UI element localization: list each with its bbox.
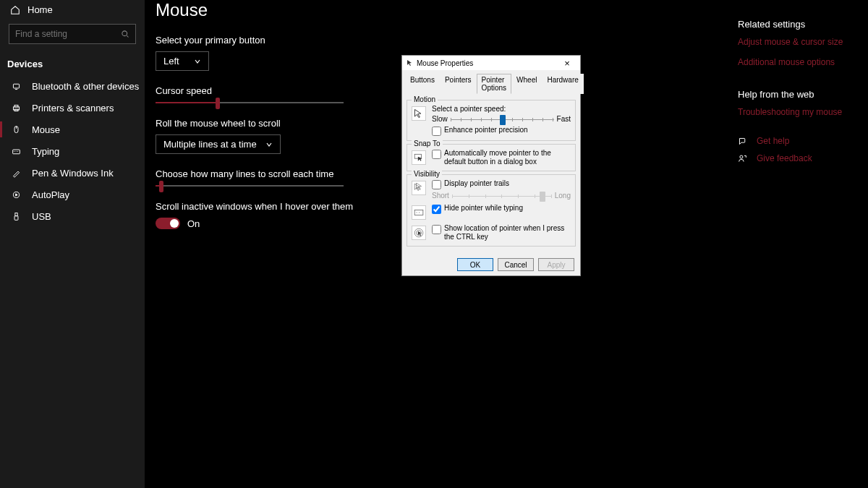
chevron-down-icon: [265, 141, 273, 148]
category-header: Devices: [0, 51, 145, 75]
fast-label: Fast: [557, 115, 571, 123]
get-help-link[interactable]: Get help: [738, 136, 859, 146]
get-help-label: Get help: [757, 136, 789, 146]
group-motion-label: Motion: [412, 95, 438, 103]
snap-icon: [412, 150, 426, 165]
lines-slider[interactable]: [156, 185, 344, 187]
slider-thumb[interactable]: [216, 98, 220, 109]
ctrl-location-checkbox[interactable]: [432, 225, 441, 234]
sidebar-item-label: Printers & scanners: [32, 103, 114, 114]
dialog-titlebar[interactable]: Mouse Properties ×: [402, 56, 580, 70]
mouse-icon: [10, 125, 22, 134]
group-snap-label: Snap To: [412, 140, 443, 147]
tab-wheel[interactable]: Wheel: [511, 74, 542, 94]
tab-pointers[interactable]: Pointers: [440, 74, 477, 94]
primary-button-value: Left: [163, 56, 179, 67]
search-icon: [121, 30, 129, 38]
snap-to-label: Automatically move pointer to the defaul…: [444, 149, 571, 166]
toggle-knob: [170, 219, 179, 228]
long-label: Long: [555, 192, 571, 200]
ctrl-location-label: Show location of pointer when I press th…: [444, 224, 571, 241]
dialog-body: Motion Select a pointer speed: Slow Fast: [402, 94, 580, 254]
inactive-windows-toggle[interactable]: [156, 218, 180, 229]
ok-button[interactable]: OK: [457, 258, 493, 271]
cursor-speed-slider[interactable]: [156, 102, 344, 103]
bluetooth-icon: [10, 82, 22, 91]
trails-icon: [412, 181, 426, 195]
sidebar-item-label: Bluetooth & other devices: [32, 81, 139, 92]
pointer-trails-label: Display pointer trails: [444, 179, 509, 188]
svg-rect-5: [14, 105, 18, 106]
hide-typing-checkbox[interactable]: [432, 205, 441, 214]
snap-to-checkbox[interactable]: [432, 150, 441, 159]
trails-thumb: [540, 192, 545, 202]
cancel-button[interactable]: Cancel: [498, 258, 534, 271]
group-visibility-label: Visibility: [412, 170, 442, 178]
svg-rect-2: [13, 84, 19, 88]
tab-pointer-options[interactable]: Pointer Options: [477, 74, 511, 94]
link-adjust-mouse[interactable]: Adjust mouse & cursor size: [738, 37, 859, 47]
enhance-precision-label: Enhance pointer precision: [444, 126, 528, 134]
sidebar-item-label: AutoPlay: [32, 189, 69, 200]
pen-icon: [10, 168, 22, 178]
sidebar-item-printers[interactable]: Printers & scanners: [0, 97, 145, 119]
slider-thumb[interactable]: [159, 181, 163, 192]
pointer-trails-checkbox[interactable]: [432, 180, 441, 189]
sidebar-item-autoplay[interactable]: AutoPlay: [0, 184, 145, 205]
sidebar-item-label: Mouse: [32, 124, 60, 135]
tab-hardware[interactable]: Hardware: [542, 74, 583, 94]
primary-button-dropdown[interactable]: Left: [156, 51, 209, 71]
hide-typing-label: Hide pointer while typing: [444, 204, 523, 213]
sidebar-item-bluetooth[interactable]: Bluetooth & other devices: [0, 75, 145, 97]
printer-icon: [10, 103, 22, 113]
sidebar-item-pen[interactable]: Pen & Windows Ink: [0, 162, 145, 184]
ctrl-location-icon: [412, 226, 426, 240]
give-feedback-label: Give feedback: [757, 153, 812, 163]
hide-typing-icon: [412, 205, 426, 220]
enhance-precision-checkbox[interactable]: [432, 127, 441, 136]
svg-rect-14: [14, 213, 17, 215]
search-input-wrapper[interactable]: [9, 24, 136, 44]
dialog-close-button[interactable]: ×: [558, 58, 576, 69]
sidebar-item-typing[interactable]: Typing: [0, 140, 145, 162]
trails-slider: Short Long: [432, 192, 571, 200]
pointer-speed-thumb[interactable]: [500, 115, 506, 125]
home-nav[interactable]: Home: [0, 0, 145, 21]
roll-wheel-value: Multiple lines at a time: [163, 139, 257, 150]
related-header: Related settings: [738, 19, 859, 30]
sidebar-item-usb[interactable]: USB: [0, 205, 145, 227]
give-feedback-link[interactable]: Give feedback: [738, 153, 859, 163]
cursor-icon: [407, 59, 414, 67]
sidebar-item-label: USB: [32, 211, 51, 222]
inactive-windows-value: On: [187, 218, 200, 229]
feedback-icon: [738, 154, 748, 163]
svg-line-1: [127, 35, 128, 37]
pointer-speed-slider[interactable]: Slow Fast: [432, 115, 571, 123]
link-troubleshoot[interactable]: Troubleshooting my mouse: [738, 107, 859, 117]
autoplay-icon: [10, 190, 22, 200]
link-additional-options[interactable]: Additional mouse options: [738, 57, 859, 67]
roll-wheel-dropdown[interactable]: Multiple lines at a time: [156, 134, 281, 154]
short-label: Short: [432, 192, 449, 200]
tab-buttons[interactable]: Buttons: [405, 74, 440, 94]
select-pointer-speed-label: Select a pointer speed:: [432, 105, 571, 113]
group-motion: Motion Select a pointer speed: Slow Fast: [407, 100, 576, 141]
page-title: Mouse: [156, 0, 868, 20]
group-snap-to: Snap To Automatically move pointer to th…: [407, 144, 576, 171]
search-input[interactable]: [15, 29, 116, 39]
slow-label: Slow: [432, 115, 448, 123]
motion-icon: [412, 106, 426, 121]
settings-sidebar: Home Devices Bluetooth & other devices P…: [0, 0, 145, 488]
chevron-down-icon: [194, 58, 201, 65]
sidebar-item-label: Typing: [32, 146, 59, 157]
dialog-tabs: Buttons Pointers Pointer Options Wheel H…: [405, 70, 577, 94]
sidebar-item-mouse[interactable]: Mouse: [0, 119, 145, 140]
related-settings-panel: Related settings Adjust mouse & cursor s…: [738, 19, 868, 171]
svg-point-0: [122, 31, 127, 36]
keyboard-icon: [10, 147, 22, 156]
apply-button[interactable]: Apply: [538, 258, 574, 271]
slider-fill: [156, 102, 216, 103]
svg-point-16: [740, 155, 743, 158]
help-header: Help from the web: [738, 89, 859, 100]
group-visibility: Visibility Display pointer trails Short: [407, 174, 576, 247]
